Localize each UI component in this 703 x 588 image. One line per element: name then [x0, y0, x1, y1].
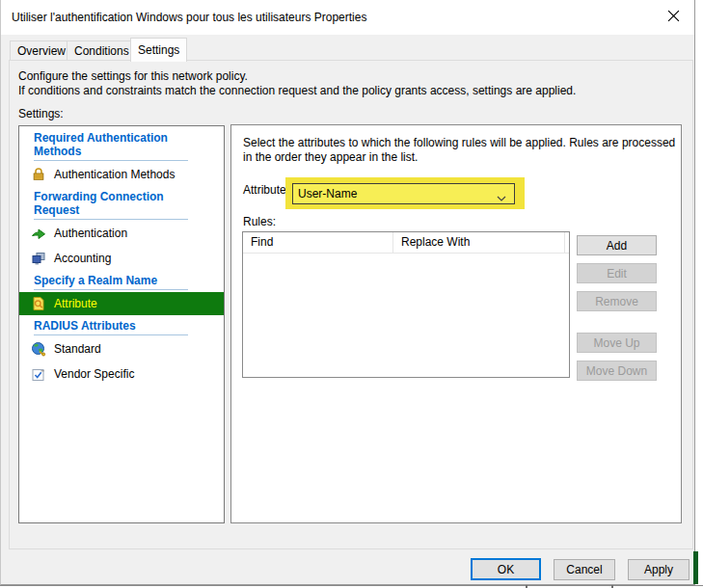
tree-item-accounting[interactable]: Accounting	[19, 247, 224, 270]
rules-label: Rules:	[243, 215, 276, 228]
tree-item-label: Authentication	[54, 227, 127, 240]
background-window-edge	[0, 585, 703, 586]
edit-button: Edit	[577, 263, 657, 283]
intro-text: Configure the settings for this network …	[18, 69, 576, 98]
tree-item-attribute[interactable]: Attribute	[19, 292, 224, 315]
cancel-button[interactable]: Cancel	[554, 559, 615, 580]
tree-item-standard[interactable]: Standard	[19, 337, 224, 361]
attribute-panel: Select the attributes to which the follo…	[230, 124, 682, 523]
rules-table: Find Replace With	[242, 231, 570, 378]
title-bar: Utiliser l'authentification Windows pour…	[1, 0, 694, 35]
monitors-icon	[31, 251, 46, 266]
move-down-button: Move Down	[577, 361, 657, 381]
highlight-annotation: User-Name	[285, 177, 525, 209]
ok-button[interactable]: OK	[471, 558, 541, 580]
tab-overview[interactable]: Overview	[10, 40, 73, 61]
chevron-down-icon	[497, 191, 506, 197]
close-button[interactable]	[652, 0, 694, 35]
close-icon	[667, 10, 680, 25]
tab-settings[interactable]: Settings	[130, 38, 187, 62]
apply-button[interactable]: Apply	[628, 559, 689, 580]
globe-key-icon	[31, 341, 46, 357]
attribute-dropdown[interactable]: User-Name	[292, 183, 515, 204]
window-title: Utiliser l'authentification Windows pour…	[12, 11, 366, 24]
instruction-text: Select the attributes to which the follo…	[243, 136, 679, 165]
settings-tree: Required Authentication Methods Authenti…	[18, 125, 225, 523]
tree-header-forwarding-connection-request: Forwarding Connection Request	[34, 190, 188, 220]
tree-item-label: Standard	[54, 342, 101, 356]
green-arrow-icon	[31, 226, 46, 241]
background-window-sliver	[693, 551, 698, 584]
attribute-search-icon	[31, 296, 46, 311]
rules-table-header: Find Replace With	[243, 232, 569, 254]
tree-item-authentication[interactable]: Authentication	[19, 222, 224, 245]
settings-label: Settings:	[18, 107, 64, 120]
column-header-replace-with[interactable]: Replace With	[393, 232, 565, 253]
tree-item-label: Accounting	[54, 252, 111, 265]
add-button[interactable]: Add	[577, 235, 657, 255]
tree-item-label: Attribute	[54, 297, 97, 310]
vendor-checkbox-icon	[31, 366, 46, 382]
dialog-window: Utiliser l'authentification Windows pour…	[0, 0, 695, 585]
attribute-label: Attribute:	[243, 183, 289, 197]
intro-line1: Configure the settings for this network …	[18, 69, 576, 84]
attribute-dropdown-value: User-Name	[298, 187, 497, 200]
tree-header-specify-a-realm-name: Specify a Realm Name	[34, 274, 188, 290]
remove-button: Remove	[577, 291, 657, 311]
settings-tab-page: Configure the settings for this network …	[9, 60, 693, 549]
tree-header-radius-attributes: RADIUS Attributes	[34, 319, 188, 335]
tab-conditions[interactable]: Conditions	[67, 40, 137, 61]
tree-item-authentication-methods[interactable]: Authentication Methods	[19, 163, 224, 186]
intro-line2: If conditions and constraints match the …	[18, 84, 576, 98]
lock-icon	[31, 167, 46, 182]
tree-header-required-authentication-methods: Required Authentication Methods	[34, 131, 188, 161]
tree-item-vendor-specific[interactable]: Vendor Specific	[19, 362, 224, 386]
tree-item-label: Vendor Specific	[54, 367, 134, 381]
tree-item-label: Authentication Methods	[54, 168, 175, 181]
move-up-button: Move Up	[577, 333, 657, 353]
column-header-find[interactable]: Find	[243, 232, 393, 253]
